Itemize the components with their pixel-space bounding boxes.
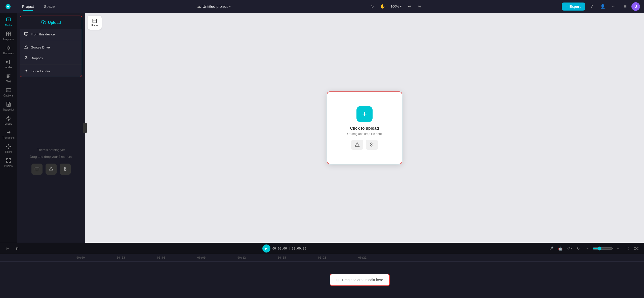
panel-gdrive-icon[interactable] xyxy=(46,164,57,175)
fullscreen-button[interactable]: ⛶ xyxy=(623,245,631,252)
upload-dropdown: Upload From this device Google Drive Dro xyxy=(20,16,82,77)
sidebar-item-audio[interactable]: Audio xyxy=(1,57,16,71)
extract-audio-option[interactable]: Extract audio xyxy=(20,66,82,77)
sidebar-item-captions[interactable]: Captions xyxy=(1,85,16,99)
modal-dropbox-button[interactable] xyxy=(366,140,378,150)
tab-space[interactable]: Space xyxy=(39,2,60,11)
sidebar-item-elements[interactable]: Elements xyxy=(1,43,16,57)
ai-button[interactable]: 🤖 xyxy=(556,245,564,252)
panel-upload-icons xyxy=(31,164,71,175)
panel-device-icon[interactable] xyxy=(31,164,43,175)
svg-rect-2 xyxy=(9,32,10,34)
plugins-icon xyxy=(6,158,11,164)
ruler-mark-7: 00:21 xyxy=(357,256,397,259)
google-drive-label: Google Drive xyxy=(31,45,50,49)
audio-icon xyxy=(6,59,11,65)
extract-audio-label: Extract audio xyxy=(31,69,50,73)
export-label: Export xyxy=(570,5,581,9)
project-name-area[interactable]: ☁ Untitled project ▾ xyxy=(197,4,231,9)
export-button[interactable]: ↑ Export xyxy=(562,3,585,11)
playback-controls: ▷ ✋ 100% ▾ ↩ ↪ xyxy=(368,2,424,11)
sidebar-item-label-text: Text xyxy=(6,80,11,83)
modal-gdrive-button[interactable] xyxy=(351,140,363,150)
tag-button[interactable]: </> xyxy=(566,245,573,252)
elements-icon xyxy=(6,45,11,51)
dropbox-option[interactable]: Dropbox xyxy=(20,53,82,64)
sidebar-item-text[interactable]: Text xyxy=(1,71,16,85)
sidebar-item-transitions[interactable]: Transitions xyxy=(1,128,16,141)
ruler-mark-2: 00:06 xyxy=(156,256,196,259)
topbar-center: ☁ Untitled project ▾ xyxy=(197,4,231,9)
ratio-label: Ratio xyxy=(91,24,98,27)
delete-clip-button[interactable]: 🗑 xyxy=(14,245,21,252)
help-button[interactable]: ? xyxy=(587,2,596,11)
avatar[interactable]: U xyxy=(631,2,640,11)
svg-point-5 xyxy=(8,47,9,49)
sidebar-item-effects[interactable]: Effects xyxy=(1,114,16,127)
mic-button[interactable]: 🎤 xyxy=(547,245,555,252)
topbar: Project Space ☁ Untitled project ▾ ▷ ✋ 1… xyxy=(0,0,644,13)
sidebar-item-templates[interactable]: Templates xyxy=(1,29,16,43)
svg-point-20 xyxy=(26,70,27,71)
play-icon: ▶ xyxy=(265,247,267,250)
sidebar-item-transcript[interactable]: Transcript xyxy=(1,100,16,113)
text-icon xyxy=(6,73,11,79)
zoom-control[interactable]: 100% ▾ xyxy=(388,4,404,9)
svg-rect-11 xyxy=(6,159,8,160)
share-button[interactable]: 👤 xyxy=(598,2,607,11)
redo-button[interactable]: ↪ xyxy=(415,2,424,11)
zoom-in-button[interactable]: + xyxy=(614,245,622,252)
ruler-marks-container: 00:00 00:03 00:06 00:09 00:12 00:15 00:1… xyxy=(75,256,397,259)
app-logo[interactable] xyxy=(4,3,12,11)
upload-plus-button[interactable]: + xyxy=(356,106,373,122)
svg-rect-0 xyxy=(6,18,11,21)
ratio-button[interactable]: Ratio xyxy=(88,16,102,30)
captions-icon xyxy=(6,87,11,93)
tab-project[interactable]: Project xyxy=(17,2,39,11)
topbar-controls: ▷ ✋ 100% ▾ ↩ ↪ xyxy=(368,2,424,11)
svg-rect-4 xyxy=(9,34,10,36)
sidebar-item-label-audio: Audio xyxy=(5,66,12,69)
timeline-toolbar-left: ⊢ 🗑 xyxy=(4,245,21,252)
upload-cloud-icon xyxy=(41,20,46,25)
panel-dropbox-icon[interactable] xyxy=(60,164,71,175)
cloud-icon: ☁ xyxy=(197,4,201,9)
zoom-out-button[interactable]: − xyxy=(584,245,591,252)
panel-toggle-button[interactable]: ⊞ xyxy=(620,2,629,11)
media-drop-zone[interactable]: ⊟ Drag and drop media here xyxy=(330,274,389,286)
play-button[interactable]: ▶ xyxy=(262,244,270,253)
sidebar-item-plugins[interactable]: Plugins xyxy=(1,156,16,169)
total-time: 00:00:00 xyxy=(292,247,306,250)
undo-button[interactable]: ↩ xyxy=(405,2,414,11)
svg-marker-19 xyxy=(24,45,28,48)
from-device-option[interactable]: From this device xyxy=(20,29,82,40)
panel-empty-state: There's nothing yet Drag and drop your f… xyxy=(17,80,85,243)
drop-zone-icon: ⊟ xyxy=(336,278,339,282)
pointer-tool-button[interactable]: ▷ xyxy=(368,2,377,11)
sidebar-item-media[interactable]: Media xyxy=(1,15,16,29)
ruler-mark-6: 00:18 xyxy=(317,256,357,259)
hand-tool-button[interactable]: ✋ xyxy=(378,2,387,11)
svg-point-10 xyxy=(8,146,9,147)
trim-button[interactable]: ⊢ xyxy=(4,245,12,252)
timeline-ruler: 00:00 00:03 00:06 00:09 00:12 00:15 00:1… xyxy=(0,254,644,262)
dropbox-label: Dropbox xyxy=(31,56,43,60)
svg-rect-14 xyxy=(9,161,10,163)
google-drive-option[interactable]: Google Drive xyxy=(20,42,82,53)
current-time: 00:00:00 xyxy=(272,247,287,250)
left-sidebar: Media Templates Elements Audio Text xyxy=(0,13,17,243)
svg-marker-9 xyxy=(6,116,11,121)
loop-button[interactable]: ↻ xyxy=(575,245,582,252)
captions-toggle-button[interactable]: CC xyxy=(632,245,640,252)
zoom-slider[interactable] xyxy=(593,246,613,251)
svg-rect-1 xyxy=(6,32,8,34)
upload-button[interactable]: Upload xyxy=(20,16,82,29)
sidebar-item-filters[interactable]: Filters xyxy=(1,142,16,155)
panel-resize-handle[interactable]: ⋮ xyxy=(83,123,87,133)
timeline-area: ⊢ 🗑 ▶ 00:00:00 | 00:00:00 🎤 🤖 </> ↻ − + … xyxy=(0,243,644,298)
drop-zone-label: Drag and drop media here xyxy=(342,278,383,282)
upload-modal-buttons xyxy=(351,140,378,150)
more-options-button[interactable]: ··· xyxy=(609,2,618,11)
sidebar-item-label-captions: Captions xyxy=(4,94,13,97)
canvas-area: Ratio + Click to upload Or drag and drop… xyxy=(85,13,644,243)
